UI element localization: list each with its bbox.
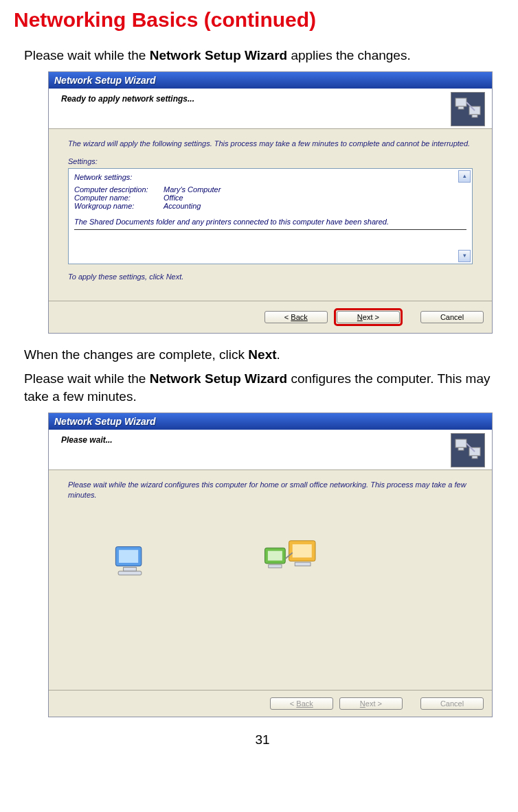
svg-rect-13 <box>118 571 142 575</box>
wizard-header: Ready to apply network settings... <box>49 89 492 129</box>
settings-listbox[interactable]: ▴ ▾ Network settings: Computer descripti… <box>68 168 473 264</box>
wizard-content: Please wait while the wizard configures … <box>49 470 492 690</box>
setting-key: Computer description: <box>74 185 164 194</box>
svg-rect-16 <box>269 565 282 568</box>
wizard-content: The wizard will apply the following sett… <box>49 129 492 301</box>
next-button-highlight: Next > <box>334 308 403 326</box>
svg-rect-15 <box>268 551 282 561</box>
intro-text-1: Please wait while the Network Setup Wiza… <box>24 47 511 65</box>
svg-rect-18 <box>293 544 312 557</box>
setting-key: Workgroup name: <box>74 202 164 210</box>
wizard-button-row: < Back Next > Cancel <box>49 301 492 333</box>
setting-row: Computer description: Mary's Computer <box>74 185 466 194</box>
next-button[interactable]: Next > <box>337 311 400 323</box>
svg-rect-5 <box>455 439 466 448</box>
network-icon <box>451 92 485 126</box>
settings-label: Settings: <box>68 157 473 165</box>
cancel-button[interactable]: Cancel <box>420 311 484 323</box>
wizard-intro-text: The wizard will apply the following sett… <box>68 139 473 149</box>
mid-text-1: When the changes are complete, click Nex… <box>24 346 511 364</box>
text: Please wait while the <box>24 371 150 386</box>
wizard-header: Please wait... <box>49 430 492 470</box>
back-button[interactable]: < Back <box>264 311 328 323</box>
divider <box>74 229 466 230</box>
window-titlebar: Network Setup Wizard <box>49 413 492 430</box>
progress-animation <box>68 528 473 617</box>
wizard-intro-text: Please wait while the wizard configures … <box>68 480 473 501</box>
network-icon <box>451 433 485 467</box>
wizard-dialog-ready: Network Setup Wizard Ready to apply netw… <box>48 71 493 334</box>
page-number: 31 <box>14 732 511 747</box>
page-title: Networking Basics (continued) <box>14 8 511 32</box>
window-titlebar: Network Setup Wizard <box>49 72 492 89</box>
setting-key: Computer name: <box>74 194 164 202</box>
text-bold: Network Setup Wizard <box>150 371 287 386</box>
text-bold: Next <box>248 347 276 362</box>
back-label: Back <box>296 699 313 708</box>
cancel-button: Cancel <box>420 697 484 710</box>
text-bold: Network Setup Wizard <box>150 48 287 62</box>
scroll-down-icon[interactable]: ▾ <box>458 250 471 262</box>
intro-text-2: Please wait while the Network Setup Wiza… <box>24 370 511 405</box>
svg-rect-19 <box>295 563 311 566</box>
settings-box-title: Network settings: <box>74 173 466 181</box>
svg-rect-2 <box>458 106 464 109</box>
next-label-rest: ext > <box>363 313 379 321</box>
text: When the changes are complete, click <box>24 347 248 362</box>
text: applies the changes. <box>287 48 411 62</box>
wizard-button-row: < Back Next > Cancel <box>49 690 492 717</box>
wizard-heading: Ready to apply network settings... <box>61 94 194 104</box>
setting-value: Mary's Computer <box>164 185 221 194</box>
back-label: Back <box>291 313 307 321</box>
setting-value: Office <box>164 194 183 202</box>
svg-rect-0 <box>455 98 466 106</box>
svg-rect-7 <box>458 448 464 450</box>
shared-text: The Shared Documents folder and any prin… <box>74 217 466 227</box>
computer-icon <box>109 542 150 583</box>
svg-rect-11 <box>119 550 138 564</box>
setting-value: Accounting <box>164 202 201 210</box>
svg-rect-12 <box>124 568 137 572</box>
text: . <box>277 347 280 362</box>
setting-row: Workgroup name: Accounting <box>74 202 466 210</box>
next-button: Next > <box>339 697 403 710</box>
back-button: < Back <box>270 697 333 710</box>
apply-hint: To apply these settings, click Next. <box>68 272 473 281</box>
network-computers-icon <box>260 535 322 583</box>
svg-rect-3 <box>472 115 477 117</box>
setting-row: Computer name: Office <box>74 194 466 202</box>
svg-rect-8 <box>472 456 477 459</box>
text: Please wait while the <box>24 48 150 62</box>
wizard-dialog-pleasewait: Network Setup Wizard Please wait... Plea… <box>48 413 493 717</box>
wizard-heading: Please wait... <box>61 435 113 445</box>
scroll-up-icon[interactable]: ▴ <box>458 170 471 183</box>
